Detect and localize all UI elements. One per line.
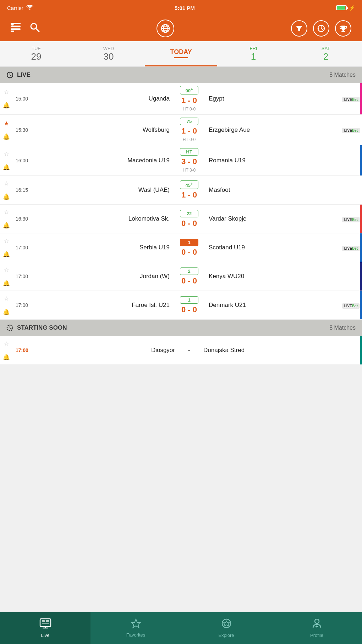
notification-bell[interactable]: 🔔 [3, 102, 10, 109]
svg-rect-2 [11, 26, 21, 27]
team-away: Kenya WU20 [205, 273, 334, 280]
favorite-star[interactable]: ★ [4, 120, 9, 127]
score: 1 - 0 [181, 190, 197, 200]
svg-point-27 [10, 77, 11, 79]
tue-label: TUE [32, 46, 41, 51]
clock-button[interactable] [313, 20, 329, 37]
svg-point-19 [318, 28, 319, 29]
live-label: LIVE [17, 71, 31, 79]
match-time: 16:15 [13, 187, 45, 193]
match-time: 15:00 [13, 96, 45, 102]
score: 0 - 0 [181, 248, 197, 257]
side-color-bar [360, 233, 362, 262]
favorite-star[interactable]: ☆ [4, 295, 9, 302]
side-color-bar [360, 205, 362, 233]
wed-label: WED [103, 46, 114, 51]
nav-live-label: Live [41, 633, 50, 638]
svg-line-7 [36, 28, 39, 32]
match-icons: ☆ 🔔 [0, 150, 13, 171]
favorite-star[interactable]: ☆ [4, 151, 9, 157]
today-label: TODAY [170, 48, 192, 56]
notification-bell[interactable]: 🔔 [3, 308, 10, 315]
notification-bell[interactable]: 🔔 [3, 133, 10, 140]
match-row: ☆ 🔔 17:00 Jordan (W) 2 0 - 0 Kenya WU20 [0, 262, 362, 291]
match-row: ☆ 🔔 17:00 Serbia U19 1 0 - 0 Scotland U1… [0, 233, 362, 262]
notification-bell[interactable]: 🔔 [3, 222, 10, 229]
minute-badge: 45+ [180, 180, 198, 189]
score-column: 45+ 1 - 0 [173, 180, 205, 200]
starting-soon-label: STARTING SOON [17, 324, 67, 331]
score-column: 1 0 - 0 [173, 296, 205, 314]
globe-button[interactable] [157, 20, 174, 37]
svg-rect-33 [40, 619, 51, 627]
side-color-bar [360, 145, 362, 175]
starting-soon-count: 8 Matches [329, 325, 356, 331]
favorite-star[interactable]: ☆ [4, 340, 9, 347]
fri-label: FRI [250, 46, 257, 51]
sat-label: SAT [322, 46, 330, 51]
notification-bell[interactable]: 🔔 [3, 353, 10, 360]
favorite-star[interactable]: ☆ [4, 266, 9, 273]
notification-bell[interactable]: 🔔 [3, 251, 10, 258]
svg-point-26 [10, 72, 11, 73]
tab-wednesday[interactable]: WED 30 [72, 41, 145, 66]
match-row: ☆ 🔔 16:30 Lokomotiva Sk. 22 0 - 0 Vardar… [0, 205, 362, 233]
tab-saturday[interactable]: SAT 2 [290, 41, 362, 66]
date-tabs: TUE 29 WED 30 TODAY FRI 1 SAT 2 [0, 41, 362, 67]
notification-bell[interactable]: 🔔 [3, 280, 10, 286]
team-home: Macedonia U19 [45, 157, 173, 164]
team-home: Wolfsburg [45, 126, 173, 134]
nav-favorites-label: Favorites [126, 632, 145, 638]
status-time: 5:01 PM [175, 5, 195, 11]
favorite-star[interactable]: ☆ [4, 89, 9, 96]
nav-profile[interactable]: Profile [272, 612, 362, 644]
score-column: 75 1 - 0 HT 0-0 [173, 118, 205, 142]
livebet-info: LIVEBet [334, 126, 362, 133]
header-center [157, 20, 174, 37]
bottom-nav-spacer [0, 365, 362, 397]
starting-soon-section-header: STARTING SOON 8 Matches [0, 320, 362, 336]
score-column: 1 0 - 0 [173, 239, 205, 257]
nav-live[interactable]: Live [0, 612, 90, 644]
team-home: Serbia U19 [45, 244, 173, 251]
score: 0 - 0 [181, 219, 197, 228]
trophy-button[interactable] [335, 20, 351, 37]
nav-favorites[interactable]: Favorites [90, 612, 181, 644]
score-column: 90+ 1 - 0 HT 0-0 [173, 86, 205, 112]
team-away: Masfoot [205, 186, 334, 194]
nav-profile-label: Profile [310, 633, 323, 638]
team-away: Dunajska Stred [200, 347, 334, 354]
bottom-navigation: Live Favorites Explore Profile [0, 612, 362, 644]
match-time: 17:00 [13, 273, 45, 280]
livebet-info [334, 189, 362, 191]
list-icon[interactable] [11, 23, 21, 34]
filter-button[interactable] [291, 20, 307, 37]
svg-rect-3 [11, 28, 21, 30]
match-row: ☆ 🔔 16:00 Macedonia U19 HT 3 - 0 HT 3-0 … [0, 145, 362, 176]
score-column: 22 0 - 0 [173, 210, 205, 228]
score-column: 2 0 - 0 [173, 267, 205, 286]
livebet-info [334, 160, 362, 161]
minute-badge: 90+ [180, 86, 198, 94]
svg-marker-13 [296, 26, 302, 32]
tab-tuesday[interactable]: TUE 29 [0, 41, 72, 66]
favorite-star[interactable]: ☆ [4, 238, 9, 244]
tab-today[interactable]: TODAY [145, 41, 217, 66]
profile-icon [312, 618, 322, 631]
svg-point-29 [12, 75, 13, 76]
notification-bell[interactable]: 🔔 [3, 164, 10, 171]
livebet-info: LIVEBet [334, 96, 362, 102]
battery-icon [336, 5, 347, 10]
team-away: Vardar Skopje [205, 215, 334, 222]
sat-num: 2 [323, 51, 328, 62]
minute-badge: 1 [180, 296, 198, 304]
favorite-star[interactable]: ☆ [4, 180, 9, 187]
svg-rect-35 [46, 620, 49, 622]
nav-explore[interactable]: Explore [181, 612, 272, 644]
tab-friday[interactable]: FRI 1 [217, 41, 290, 66]
notification-bell[interactable]: 🔔 [3, 193, 10, 200]
team-home: Jordan (W) [45, 273, 173, 280]
favorite-star[interactable]: ☆ [4, 209, 9, 216]
search-icon[interactable] [30, 22, 40, 35]
match-time: 15:30 [13, 127, 45, 133]
